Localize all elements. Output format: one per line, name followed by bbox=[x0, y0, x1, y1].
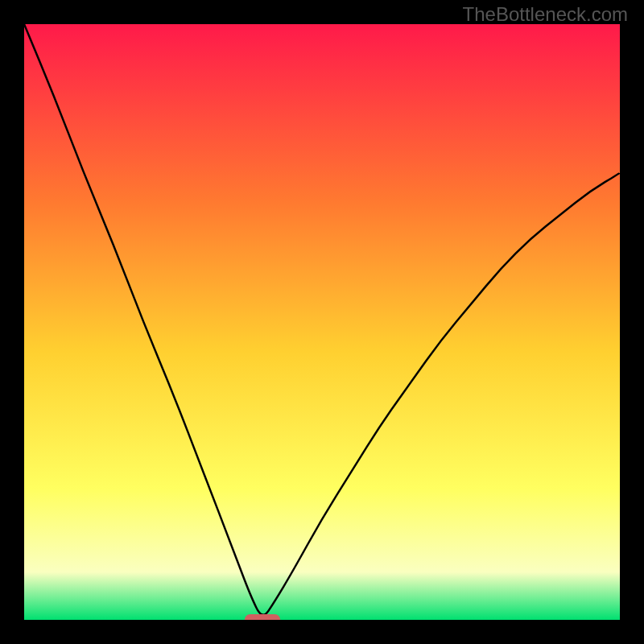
watermark-text: TheBottleneck.com bbox=[463, 3, 628, 26]
chart-svg bbox=[24, 24, 620, 620]
gradient-background bbox=[24, 24, 620, 620]
chart-plot-area bbox=[24, 24, 620, 620]
minimum-marker bbox=[245, 614, 280, 620]
